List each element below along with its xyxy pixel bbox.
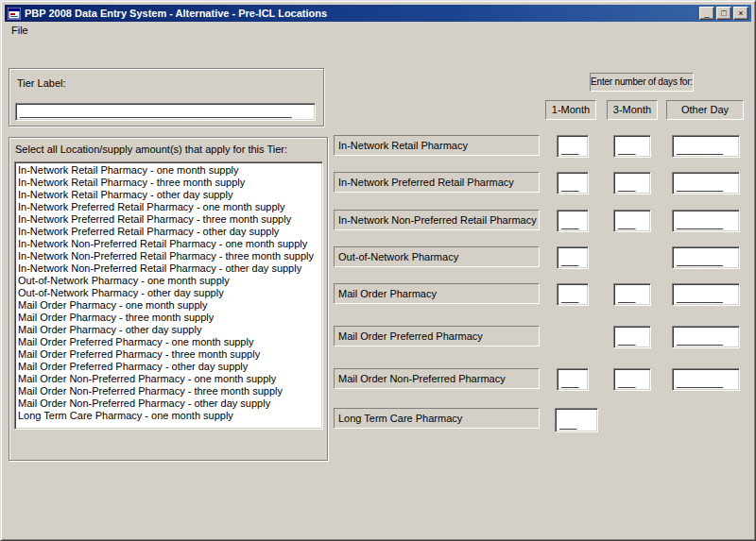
list-item[interactable]: Mail Order Preferred Pharmacy - one mont… [18, 336, 322, 348]
list-item[interactable]: In-Network Preferred Retail Pharmacy - o… [18, 226, 322, 238]
menu-bar: File [5, 22, 751, 39]
list-item[interactable]: Mail Order Non-Preferred Pharmacy - one … [18, 373, 322, 385]
list-item[interactable]: Mail Order Preferred Pharmacy - other da… [18, 361, 322, 373]
days-input-in-network-preferred-retail-3-month[interactable]: ___ [613, 172, 651, 194]
window-title: PBP 2008 Data Entry System - Alternative… [25, 8, 327, 19]
tier-label-input[interactable]: ________________________________________… [15, 103, 316, 121]
days-input-in-network-non-preferred-retail-other-day[interactable]: ________ [672, 210, 740, 232]
locations-group: Select all Location/supply amount(s) tha… [9, 137, 328, 461]
location-label-in-network-retail: In-Network Retail Pharmacy [334, 135, 540, 156]
list-item[interactable]: Mail Order Pharmacy - one month supply [18, 299, 322, 312]
days-input-in-network-non-preferred-retail-3-month[interactable]: ___ [613, 210, 651, 232]
location-label-in-network-preferred-retail: In-Network Preferred Retail Pharmacy [334, 172, 540, 193]
list-item[interactable]: Mail Order Preferred Pharmacy - three mo… [18, 348, 322, 361]
locations-group-label: Select all Location/supply amount(s) tha… [15, 144, 287, 155]
app-icon[interactable] [8, 8, 21, 20]
list-item[interactable]: In-Network Retail Pharmacy - three month… [18, 177, 322, 189]
column-header-3-month: 3-Month [607, 100, 658, 120]
days-input-mail-order-preferred-other-day[interactable]: ________ [672, 326, 740, 348]
days-input-out-of-network-1-month[interactable]: ___ [557, 246, 589, 269]
days-input-mail-order-3-month[interactable]: ___ [613, 283, 651, 306]
days-input-out-of-network-other-day[interactable]: ________ [672, 246, 740, 269]
days-input-mail-order-non-preferred-1-month[interactable]: ___ [557, 368, 589, 391]
minimize-button[interactable]: _ [699, 7, 714, 20]
days-input-in-network-retail-other-day[interactable]: ________ [672, 135, 740, 158]
location-label-mail-order-non-preferred: Mail Order Non-Preferred Pharmacy [334, 368, 540, 389]
list-item[interactable]: In-Network Retail Pharmacy - one month s… [18, 164, 322, 177]
location-label-mail-order: Mail Order Pharmacy [334, 283, 540, 304]
days-input-in-network-preferred-retail-1-month[interactable]: ___ [557, 172, 589, 194]
days-input-mail-order-1-month[interactable]: ___ [557, 283, 589, 306]
list-item[interactable]: Out-of-Network Pharmacy - one month supp… [18, 275, 322, 287]
days-input-in-network-preferred-retail-other-day[interactable]: ________ [672, 172, 740, 194]
list-item[interactable]: Mail Order Pharmacy - other day supply [18, 324, 322, 336]
tier-group-label: Tier Label: [17, 77, 66, 89]
locations-listbox[interactable]: In-Network Retail Pharmacy - one month s… [14, 161, 323, 430]
window-controls: _ □ × [699, 7, 748, 20]
days-input-mail-order-non-preferred-other-day[interactable]: ________ [672, 368, 740, 391]
days-input-in-network-non-preferred-retail-1-month[interactable]: ___ [557, 210, 589, 232]
list-item[interactable]: Mail Order Non-Preferred Pharmacy - othe… [18, 397, 322, 410]
days-input-mail-order-preferred-3-month[interactable]: ___ [613, 326, 651, 348]
list-item[interactable]: Mail Order Non-Preferred Pharmacy - thre… [18, 385, 322, 397]
maximize-button[interactable]: □ [716, 7, 731, 20]
menu-file[interactable]: File [5, 23, 35, 38]
location-label-in-network-non-preferred-retail: In-Network Non-Preferred Retail Pharmacy [334, 210, 540, 230]
tier-group: Tier Label: ____________________________… [9, 68, 324, 127]
close-button[interactable]: × [733, 7, 748, 20]
column-header-other-day: Other Day [666, 100, 744, 120]
location-label-mail-order-preferred: Mail Order Preferred Pharmacy [334, 326, 540, 347]
list-item[interactable]: Mail Order Pharmacy - three month supply [18, 312, 322, 324]
days-header: Enter number of days for: [590, 73, 694, 92]
list-item[interactable]: In-Network Preferred Retail Pharmacy - t… [18, 213, 322, 226]
list-item[interactable]: In-Network Retail Pharmacy - other day s… [18, 189, 322, 201]
days-input-in-network-retail-1-month[interactable]: ___ [557, 135, 589, 158]
list-item[interactable]: In-Network Non-Preferred Retail Pharmacy… [18, 262, 322, 275]
location-label-out-of-network: Out-of-Network Pharmacy [334, 246, 540, 267]
days-input-mail-order-non-preferred-3-month[interactable]: ___ [613, 368, 651, 391]
list-item[interactable]: Long Term Care Pharmacy - one month supp… [18, 410, 322, 422]
list-item[interactable]: In-Network Non-Preferred Retail Pharmacy… [18, 250, 322, 262]
days-input-mail-order-other-day[interactable]: ________ [672, 283, 740, 306]
column-header-1-month: 1-Month [545, 100, 596, 120]
days-input-in-network-retail-3-month[interactable]: ___ [613, 135, 651, 158]
location-label-long-term-care: Long Term Care Pharmacy [334, 408, 540, 429]
list-item[interactable]: In-Network Preferred Retail Pharmacy - o… [18, 201, 322, 213]
list-item[interactable]: Out-of-Network Pharmacy - other day supp… [18, 287, 322, 299]
title-bar[interactable]: PBP 2008 Data Entry System - Alternative… [5, 5, 751, 22]
days-input-long-term-care-1-month[interactable]: ___ [555, 408, 598, 432]
list-item[interactable]: In-Network Non-Preferred Retail Pharmacy… [18, 238, 322, 250]
window-frame: PBP 2008 Data Entry System - Alternative… [0, 0, 756, 541]
